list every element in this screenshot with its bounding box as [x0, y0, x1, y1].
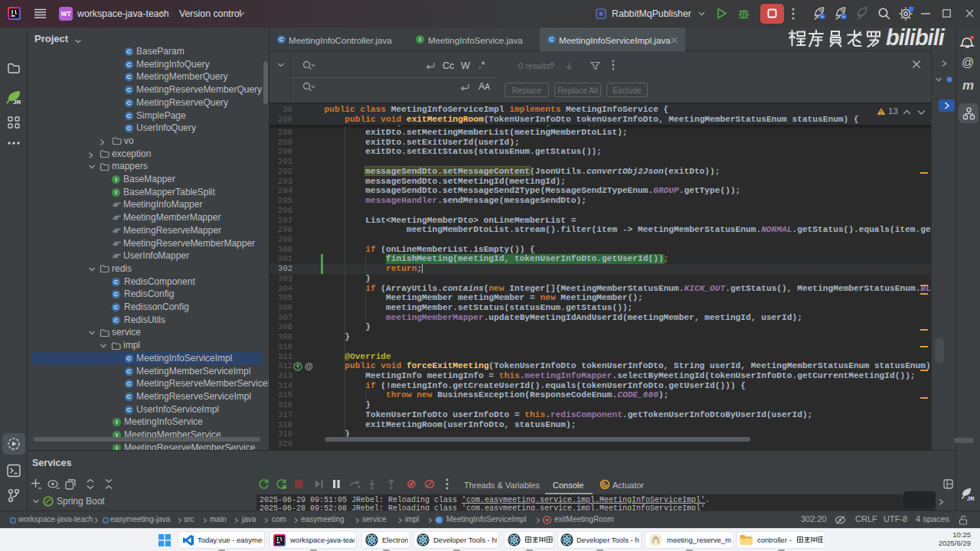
svg-text:JR: JR — [967, 495, 975, 502]
svg-text:JR: JR — [13, 99, 21, 106]
